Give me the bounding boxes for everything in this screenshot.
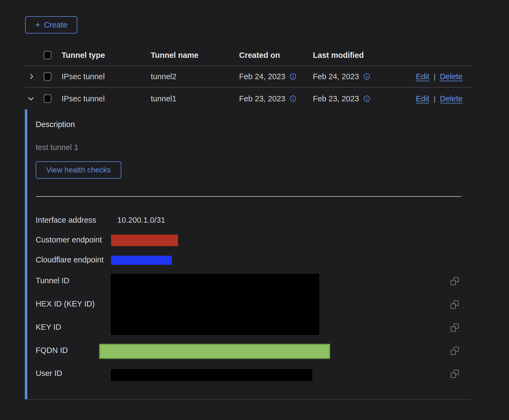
action-separator: |	[434, 72, 436, 81]
view-health-checks-label: View health checks	[46, 166, 111, 174]
plus-icon: +	[35, 20, 41, 29]
view-health-checks-button[interactable]: View health checks	[36, 161, 121, 179]
copy-icon[interactable]	[451, 324, 459, 332]
select-all-checkbox[interactable]	[44, 51, 51, 59]
cell-created-on: Feb 24, 2023	[239, 72, 285, 81]
edit-link[interactable]: Edit	[416, 72, 429, 81]
delete-link[interactable]: Delete	[440, 72, 463, 81]
interface-address-label: Interface address	[36, 216, 96, 225]
fqdn-id-label: FQDN ID	[36, 346, 68, 355]
create-button[interactable]: + Create	[25, 16, 77, 34]
copy-icon[interactable]	[451, 347, 459, 355]
header-created-on: Created on	[239, 51, 280, 60]
hex-id-label: HEX ID (KEY ID)	[36, 299, 95, 308]
table-row: IPsec tunnel tunnel2 Feb 24, 2023 i Feb …	[25, 66, 471, 87]
copy-icon[interactable]	[451, 277, 459, 285]
panel-bottom-divider	[25, 399, 471, 400]
expanded-row-accent-bar	[25, 109, 27, 399]
tunnels-page: + Create Tunnel type Tunnel name Created…	[0, 0, 509, 420]
chevron-down-icon[interactable]	[27, 95, 35, 103]
customer-endpoint-redacted-value	[111, 235, 178, 246]
cloudflare-endpoint-redacted-value	[111, 256, 172, 265]
edit-link[interactable]: Edit	[416, 94, 429, 103]
table-row: IPsec tunnel tunnel1 Feb 23, 2023 i Feb …	[25, 88, 471, 110]
row-checkbox[interactable]	[44, 95, 51, 103]
copy-icon[interactable]	[451, 301, 459, 309]
info-circle-icon[interactable]: i	[364, 96, 370, 102]
info-circle-icon[interactable]: i	[364, 74, 370, 80]
user-id-label: User ID	[36, 369, 62, 378]
cell-last-modified: Feb 24, 2023	[313, 72, 359, 81]
action-separator: |	[434, 94, 436, 103]
user-id-redacted-value	[111, 369, 312, 381]
copy-icon[interactable]	[451, 370, 459, 378]
delete-link[interactable]: Delete	[440, 94, 463, 103]
table-header-row: Tunnel type Tunnel name Created on Last …	[25, 45, 471, 66]
cloudflare-endpoint-label: Cloudflare endpoint	[36, 255, 104, 264]
tunnel-id-label: Tunnel ID	[36, 276, 69, 285]
description-value: test tunnel 1	[36, 143, 78, 152]
row-checkbox[interactable]	[44, 72, 51, 81]
description-label: Description	[36, 120, 75, 129]
cell-tunnel-type: IPsec tunnel	[62, 94, 105, 103]
header-last-modified: Last modified	[313, 51, 364, 60]
cell-tunnel-name: tunnel1	[151, 94, 176, 103]
customer-endpoint-label: Customer endpoint	[36, 235, 102, 244]
fqdn-id-redacted-value	[99, 344, 330, 359]
cell-tunnel-name: tunnel2	[151, 72, 176, 81]
create-button-label: Create	[44, 21, 67, 29]
cell-tunnel-type: IPsec tunnel	[62, 72, 105, 81]
header-tunnel-name: Tunnel name	[151, 51, 199, 60]
info-circle-icon[interactable]: i	[290, 74, 296, 80]
chevron-right-icon[interactable]	[28, 73, 35, 80]
header-tunnel-type: Tunnel type	[62, 51, 105, 60]
cell-created-on: Feb 23, 2023	[239, 94, 285, 103]
section-divider	[36, 196, 461, 197]
interface-address-value: 10.200.1.0/31	[117, 216, 165, 225]
cell-last-modified: Feb 23, 2023	[313, 94, 359, 103]
info-circle-icon[interactable]: i	[290, 96, 296, 102]
id-group-redacted-values	[111, 274, 319, 335]
key-id-label: KEY ID	[36, 323, 61, 332]
